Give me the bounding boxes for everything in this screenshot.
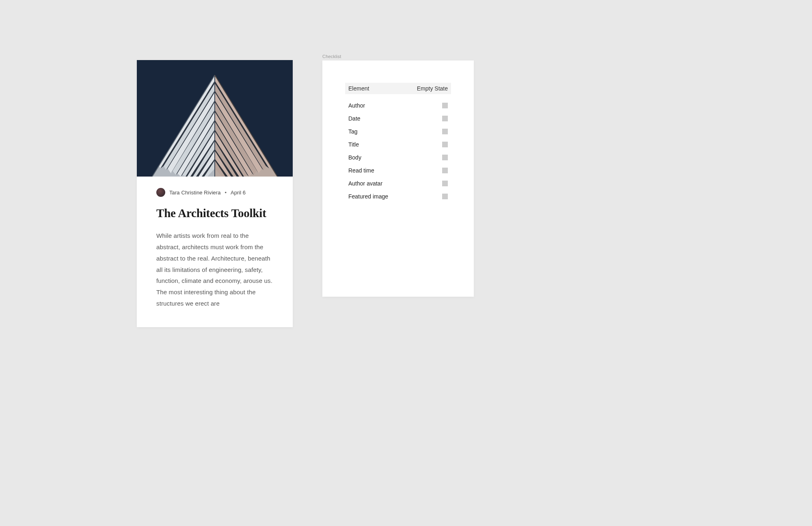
article-card[interactable]: Tara Christine Riviera • April 6 The Arc…: [137, 60, 293, 327]
author-avatar[interactable]: [156, 188, 165, 197]
checklist-row: Date: [345, 112, 451, 125]
checklist-header-row: Element Empty State: [345, 83, 451, 94]
article-body: While artists work from real to the abst…: [156, 230, 273, 309]
checklist-panel: Element Empty State Author Date Tag Titl…: [322, 60, 474, 297]
checkbox-icon[interactable]: [442, 142, 448, 147]
checklist-item-label: Body: [348, 154, 361, 161]
checklist-item-label: Author avatar: [348, 180, 382, 187]
checklist-panel-label: Checklist: [322, 54, 341, 59]
building-illustration: [137, 71, 293, 177]
checkbox-icon[interactable]: [442, 168, 448, 173]
canvas: Tara Christine Riviera • April 6 The Arc…: [0, 0, 812, 526]
article-card-body: Tara Christine Riviera • April 6 The Arc…: [137, 177, 293, 327]
checklist-item-label: Title: [348, 141, 359, 148]
checklist-row: Body: [345, 151, 451, 164]
article-date: April 6: [231, 190, 246, 196]
checklist-item-label: Author: [348, 102, 365, 109]
author-name[interactable]: Tara Christine Riviera: [169, 190, 220, 196]
checklist-row: Tag: [345, 125, 451, 138]
checkbox-icon[interactable]: [442, 129, 448, 134]
svg-rect-40: [214, 75, 215, 177]
checklist-header-element: Element: [348, 85, 369, 92]
checklist-row: Title: [345, 138, 451, 151]
checklist-item-label: Tag: [348, 128, 358, 135]
checklist-item-label: Featured image: [348, 193, 388, 200]
checklist-header-empty-state: Empty State: [417, 85, 448, 92]
checklist-row: Author avatar: [345, 177, 451, 190]
checkbox-icon[interactable]: [442, 116, 448, 121]
checkbox-icon[interactable]: [442, 181, 448, 186]
meta-separator: •: [225, 190, 227, 196]
checkbox-icon[interactable]: [442, 194, 448, 199]
cursor-icon: [150, 61, 157, 68]
checklist-row: Read time: [345, 164, 451, 177]
checkbox-icon[interactable]: [442, 155, 448, 160]
checkbox-icon[interactable]: [442, 103, 448, 108]
checklist-item-label: Date: [348, 115, 361, 122]
checklist-item-label: Read time: [348, 167, 374, 174]
checklist-row: Featured image: [345, 190, 451, 203]
article-meta-row: Tara Christine Riviera • April 6: [156, 188, 273, 197]
checklist-row: Author: [345, 99, 451, 112]
article-title[interactable]: The Architects Toolkit: [156, 206, 273, 220]
featured-image: [137, 60, 293, 177]
